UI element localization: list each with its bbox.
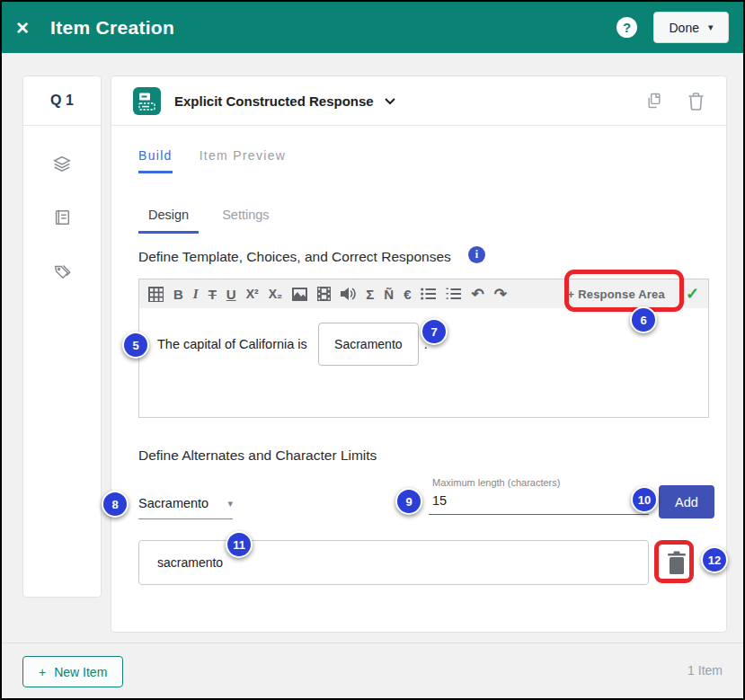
delete-alternate-button[interactable]: [661, 545, 692, 580]
plus-icon: +: [39, 665, 46, 679]
strikethrough-icon[interactable]: T: [208, 288, 217, 301]
rich-text-toolbar: B I T U X² X₂: [138, 279, 709, 309]
table-icon[interactable]: [148, 287, 164, 302]
bullet-list-icon[interactable]: [421, 288, 436, 300]
superscript-icon[interactable]: X²: [246, 288, 259, 300]
page-title: Item Creation: [50, 17, 174, 39]
special-characters-icon[interactable]: Ñ: [384, 288, 394, 301]
footer-bar: + New Item 1 Item: [2, 642, 743, 698]
tab-item-preview[interactable]: Item Preview: [200, 148, 287, 173]
chevron-down-icon[interactable]: [384, 97, 396, 105]
tab-design[interactable]: Design: [138, 208, 199, 234]
max-length-label: Maximum length (characters): [432, 477, 649, 488]
annotation-badge-6: 6: [630, 306, 657, 333]
video-icon[interactable]: [317, 287, 331, 301]
sub-tabs: Design Settings: [138, 208, 279, 234]
chevron-down-icon: ▾: [708, 22, 714, 33]
item-actions: [645, 92, 705, 111]
chevron-down-icon: ▾: [227, 498, 233, 509]
template-section-heading: Define Template, Choices, and Correct Re…: [138, 249, 451, 265]
underline-icon[interactable]: U: [226, 288, 236, 301]
tab-build[interactable]: Build: [138, 148, 173, 173]
add-button[interactable]: Add: [659, 485, 714, 518]
annotation-badge-9: 9: [395, 488, 422, 515]
response-select-value: Sacramento: [138, 496, 208, 510]
italic-icon[interactable]: I: [193, 288, 199, 301]
max-length-input[interactable]: 15: [432, 493, 649, 508]
done-button[interactable]: Done ▾: [653, 12, 729, 43]
checkmark-icon[interactable]: ✓: [686, 284, 699, 304]
header-actions: ? Done ▾: [616, 12, 729, 43]
layers-icon[interactable]: [51, 153, 73, 174]
annotation-badge-7: 7: [421, 318, 448, 345]
tab-settings[interactable]: Settings: [212, 208, 279, 234]
annotation-badge-10: 10: [631, 486, 658, 513]
image-icon[interactable]: [292, 288, 307, 301]
math-sigma-icon[interactable]: Σ: [366, 288, 374, 301]
alternate-input[interactable]: sacramento: [138, 540, 649, 585]
redo-icon[interactable]: ↷: [494, 287, 507, 302]
question-type-title: Explicit Constructed Response: [174, 93, 374, 109]
question-editor-card: Explicit Constructed Response: [111, 75, 727, 633]
trash-icon: [667, 551, 687, 575]
new-item-button[interactable]: + New Item: [22, 656, 123, 687]
numbered-list-icon[interactable]: [446, 288, 461, 300]
info-glyph: i: [475, 248, 478, 261]
annotation-badge-12: 12: [701, 546, 728, 573]
bold-icon[interactable]: B: [173, 288, 183, 301]
undo-icon[interactable]: ↶: [471, 287, 483, 302]
item-creation-window: × Item Creation ? Done ▾ Q 1: [0, 0, 745, 700]
notes-icon[interactable]: [51, 207, 73, 228]
item-count: 1 Item: [687, 663, 723, 678]
annotation-badge-8: 8: [102, 491, 129, 518]
help-icon[interactable]: ?: [616, 17, 637, 38]
sidebar-item-q1[interactable]: Q 1: [23, 76, 101, 126]
question-sidebar: Q 1: [22, 75, 102, 598]
done-label: Done: [670, 21, 699, 35]
sidebar-tools: [23, 126, 101, 282]
item-type-row: Explicit Constructed Response: [111, 76, 726, 126]
subscript-icon[interactable]: X₂: [269, 288, 283, 300]
duplicate-icon[interactable]: [645, 92, 663, 110]
constructed-response-icon: [133, 87, 161, 115]
top-tabs: Build Item Preview: [138, 148, 286, 173]
info-icon[interactable]: i: [468, 246, 485, 263]
currency-icon[interactable]: €: [404, 288, 411, 301]
delete-item-icon[interactable]: [687, 92, 705, 111]
tags-icon[interactable]: [51, 261, 73, 282]
app-header: × Item Creation ? Done ▾: [2, 2, 743, 53]
response-area-slot[interactable]: Sacramento: [318, 323, 419, 366]
add-response-area-button[interactable]: + Response Area: [564, 288, 669, 301]
audio-icon[interactable]: [341, 287, 356, 301]
close-icon[interactable]: ×: [16, 17, 29, 39]
sentence-before: The capital of California is: [157, 337, 307, 351]
new-item-label: New Item: [54, 665, 107, 679]
annotation-badge-5: 5: [122, 332, 149, 359]
response-select[interactable]: Sacramento ▾: [138, 496, 233, 519]
help-glyph: ?: [623, 20, 631, 35]
annotation-badge-11: 11: [226, 531, 253, 558]
max-length-field[interactable]: Maximum length (characters) 15: [429, 477, 649, 515]
alternates-section-heading: Define Alternates and Character Limits: [138, 447, 377, 464]
